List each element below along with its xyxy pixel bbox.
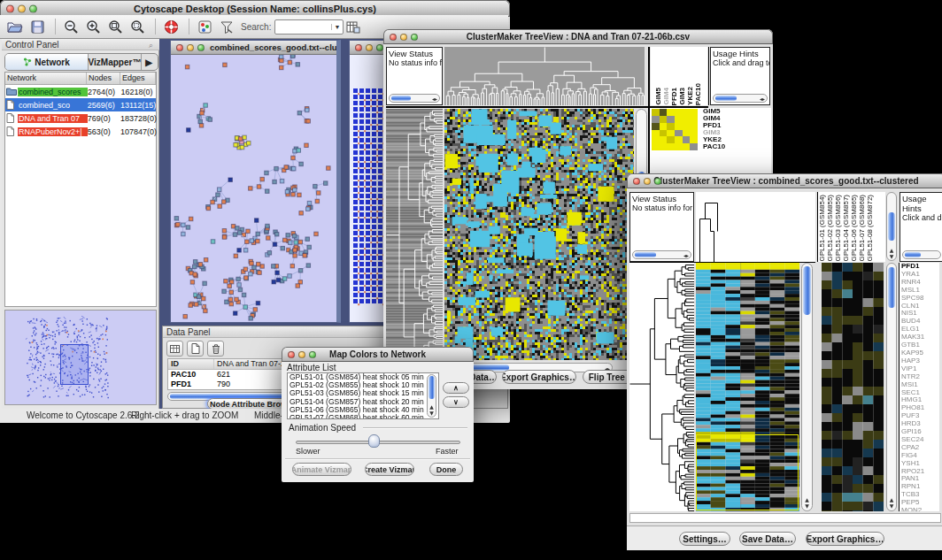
usage-hints-scrollbar[interactable] <box>902 250 941 259</box>
heatmap-selection-rect[interactable] <box>696 434 799 510</box>
row-dendrogram[interactable] <box>386 109 443 360</box>
mini-heatmap-cell <box>675 130 683 137</box>
overview-viewport-rect[interactable] <box>60 344 89 385</box>
animation-speed-label: Animation Speed <box>289 423 356 433</box>
zoom-button[interactable] <box>654 178 661 185</box>
column-label: GIM5 <box>654 88 662 105</box>
network-tree-row[interactable]: combined_scores2764(0)16218(0) <box>5 85 156 98</box>
mini-heatmap[interactable] <box>652 109 698 150</box>
network-tree-row[interactable]: DNA and Tran 07769(0)183728(0) <box>5 111 156 125</box>
row-id-cell: PAC10 <box>168 370 214 380</box>
attribute-list-item[interactable]: GPL51-07 (GSM868) heat shock 60 min <box>290 414 438 419</box>
zoom-button[interactable] <box>376 44 383 51</box>
treeview-window-combined: ClusterMaker TreeView : combined_scores_… <box>627 173 942 549</box>
mini-heatmap-cell <box>690 123 698 130</box>
view-status-scrollbar[interactable]: ◂▸ <box>632 250 691 259</box>
view-status-panel: View Status No status info for this view… <box>629 192 694 262</box>
zoom-fit-icon[interactable] <box>105 18 125 35</box>
gene-label[interactable]: MON2 <box>901 507 939 511</box>
zoom-button[interactable] <box>309 351 316 358</box>
settings--button[interactable]: Settings… <box>679 532 730 546</box>
usage-hints-scrollbar[interactable]: ◂▸ <box>713 94 768 103</box>
animation-speed-slider-thumb[interactable] <box>368 434 380 448</box>
network-name: combined_scores <box>18 88 88 96</box>
tab-network[interactable]: Network <box>5 54 89 70</box>
zoom-button[interactable] <box>197 44 205 51</box>
export-graphics--button[interactable]: Export Graphics… <box>502 370 576 384</box>
minimize-button[interactable] <box>298 351 305 358</box>
mini-heatmap-cell <box>683 130 691 137</box>
treeview1-titlebar[interactable]: ClusterMaker TreeView : DNA and Tran 07-… <box>383 29 773 44</box>
move-up-button[interactable]: ∧ <box>443 382 469 394</box>
close-button[interactable] <box>288 351 295 358</box>
close-button[interactable] <box>176 44 183 51</box>
heatmap-main[interactable] <box>444 109 634 360</box>
column-label: YKE2 <box>686 87 694 105</box>
vizmap-nodes-icon[interactable] <box>195 18 214 35</box>
column-label: GPL51-01 (GSM854) <box>818 195 826 262</box>
dialog-buttonbar: Animate VizmapCreate VizmapDone <box>282 463 474 479</box>
tab-overflow-arrow[interactable]: ▶ <box>142 54 156 70</box>
save-icon[interactable] <box>27 18 47 35</box>
network-view-frame[interactable]: combined_scores_good.txt--cluste... <box>170 40 341 323</box>
mini-heatmap-cell <box>652 116 660 123</box>
attribute-list[interactable]: GPL51-01 (GSM854) heat shock 05 minGPL51… <box>287 372 439 419</box>
mini-heatmap-cell <box>690 143 698 150</box>
network-edges-count: 107847(0) <box>120 127 156 136</box>
column-dendrogram[interactable] <box>444 47 645 105</box>
column-label: GIM3 <box>678 88 686 105</box>
move-down-button[interactable]: ∨ <box>443 396 469 408</box>
gene-name-list[interactable]: PFD1YRA1RNR4MSL1SPC98CLN1NIS1BUD4ELG1MAK… <box>899 263 939 511</box>
close-button[interactable] <box>355 44 362 51</box>
new-attribute-icon[interactable] <box>187 341 204 357</box>
zoom-button[interactable] <box>411 34 418 41</box>
search-input[interactable]: ▼ <box>274 19 344 35</box>
row-dendrogram[interactable] <box>629 263 694 511</box>
mini-heatmap-cell <box>683 116 691 123</box>
close-button[interactable] <box>633 178 640 185</box>
select-attributes-icon[interactable] <box>166 341 183 357</box>
network-overview-panel[interactable] <box>4 310 157 405</box>
close-button[interactable] <box>390 34 397 41</box>
column-dendrogram[interactable] <box>696 192 815 262</box>
dialog-titlebar[interactable]: Map Colors to Network <box>282 347 474 362</box>
treeview2-titlebar[interactable]: ClusterMaker TreeView : combined_scores_… <box>627 173 942 188</box>
open-folder-icon[interactable] <box>5 18 25 35</box>
network-view-titlebar[interactable]: combined_scores_good.txt--cluste... <box>171 41 336 55</box>
mini-heatmap-cell <box>667 116 675 123</box>
delete-attribute-trash-icon[interactable] <box>207 341 224 357</box>
treeview2-buttonbar: Settings…Save Data…Export Graphics… <box>627 525 942 550</box>
network-tree-row[interactable]: RNAPuberNov2+|563(0)107847(0) <box>5 125 156 138</box>
view-status-scrollbar[interactable]: ◂▸ <box>389 94 440 103</box>
minimize-button[interactable] <box>366 44 373 51</box>
network-tree-row[interactable]: combined_sco2569(6)13112(15) <box>5 98 156 111</box>
export-graphics--button[interactable]: Export Graphics… <box>806 532 884 546</box>
heatmap-vscrollbar[interactable]: ▲▼ <box>801 263 813 511</box>
column-labels-scrollbar[interactable]: ▲▼ <box>886 192 897 261</box>
zoom-selected-region-icon[interactable] <box>127 18 147 35</box>
minimize-button[interactable] <box>644 178 651 185</box>
window-controls <box>6 4 37 12</box>
global-view-heatmap[interactable] <box>822 263 884 511</box>
save-data--button[interactable]: Save Data… <box>739 532 796 546</box>
zoom-out-icon[interactable] <box>61 18 81 35</box>
minimize-button[interactable] <box>187 44 194 51</box>
network-graph-canvas[interactable] <box>171 55 336 322</box>
help-lifebuoy-icon[interactable] <box>161 18 181 35</box>
close-button[interactable] <box>6 4 14 12</box>
bottom-scroll-strip[interactable] <box>629 513 941 523</box>
column-label: GPL51-07 (GSM868) <box>858 195 866 262</box>
float-panel-icon[interactable]: ⌕ <box>149 41 153 50</box>
minimize-button[interactable] <box>400 34 407 41</box>
done-button[interactable]: Done <box>429 463 463 476</box>
tab-vizmapper[interactable]: VizMapper™ <box>89 54 142 70</box>
create-vizmap-button[interactable]: Create Vizmap <box>365 463 414 476</box>
gene-list-scrollbar[interactable]: ▲▼ <box>886 263 897 511</box>
search-dropdown-arrow[interactable]: ▼ <box>331 24 344 30</box>
zoom-in-icon[interactable] <box>83 18 103 35</box>
minimize-button[interactable] <box>18 4 26 12</box>
attribute-list-scrollbar[interactable]: ▲▼ <box>427 374 436 418</box>
zoom-button[interactable] <box>29 4 37 12</box>
attribute-table-icon[interactable] <box>344 18 363 35</box>
filter-funnel-icon[interactable] <box>217 18 236 35</box>
